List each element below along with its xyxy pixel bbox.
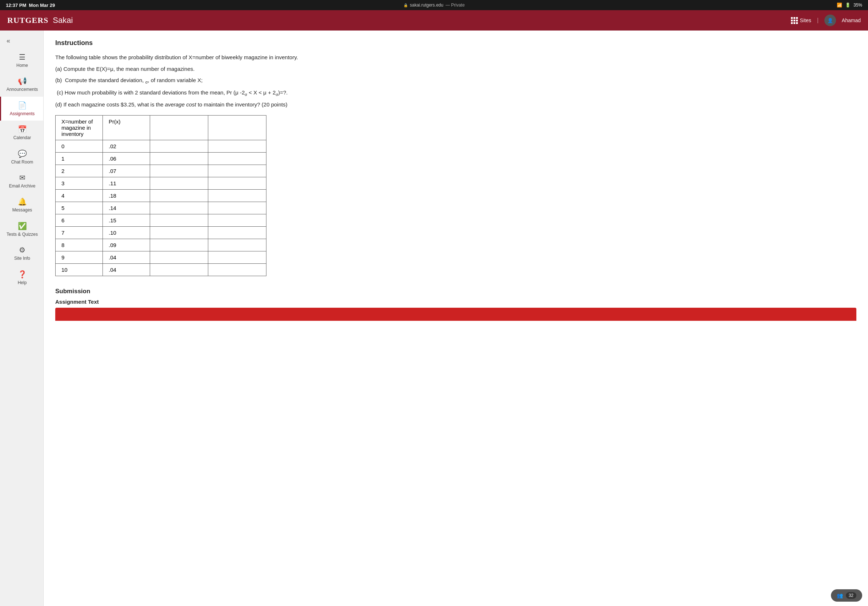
battery-icon: 🔋 — [845, 3, 851, 8]
instructions-p1: The following table shows the probabilit… — [55, 53, 856, 62]
table-cell-c3 — [150, 165, 208, 177]
table-cell-x: 7 — [56, 226, 103, 239]
table-cell-pr: .09 — [103, 239, 150, 251]
status-url: sakai.rutgers.edu — Private — [403, 3, 465, 8]
submission-section: Submission Assignment Text — [55, 288, 856, 321]
tests-icon: ✅ — [18, 222, 27, 230]
table-cell-c4 — [208, 140, 267, 152]
table-cell-c4 — [208, 189, 267, 202]
sidebar-item-assignments[interactable]: 📄 Assignments — [0, 97, 43, 121]
sidebar-item-calendar[interactable]: 📅 Calendar — [0, 121, 43, 145]
table-row: 4 .18 — [56, 189, 267, 202]
table-cell-c3 — [150, 140, 208, 152]
status-time: 12:37 PM Mon Mar 29 — [6, 3, 55, 8]
table-row: 9 .04 — [56, 251, 267, 263]
table-row: 6 .15 — [56, 214, 267, 226]
status-right: 📶 🔋 35% — [837, 3, 862, 8]
sidebar-item-help[interactable]: ❓ Help — [0, 266, 43, 289]
sidebar-item-help-label: Help — [18, 280, 27, 285]
sidebar-item-emailarchive[interactable]: ✉ Email Archive — [0, 169, 43, 193]
assignment-text-title: Assignment Text — [55, 298, 856, 305]
table-cell-c3 — [150, 263, 208, 276]
table-cell-pr: .10 — [103, 226, 150, 239]
chat-fab-icon: 👥 — [837, 592, 843, 598]
header-logo: RUTGERS Sakai — [7, 15, 73, 25]
table-cell-c4 — [208, 239, 267, 251]
wifi-icon: 📶 — [837, 3, 842, 8]
status-bar: 12:37 PM Mon Mar 29 sakai.rutgers.edu — … — [0, 0, 868, 10]
submission-title: Submission — [55, 288, 856, 295]
table-cell-c3 — [150, 239, 208, 251]
table-cell-x: 8 — [56, 239, 103, 251]
table-cell-pr: .18 — [103, 189, 150, 202]
assignments-icon: 📄 — [18, 101, 27, 110]
table-cell-c3 — [150, 189, 208, 202]
header-divider: | — [817, 17, 818, 24]
table-col1-header: X=number ofmagazine ininventory — [56, 115, 103, 140]
sites-button[interactable]: Sites — [791, 17, 811, 24]
table-cell-c4 — [208, 251, 267, 263]
table-cell-x: 5 — [56, 202, 103, 214]
announcements-icon: 📢 — [18, 77, 27, 85]
table-cell-x: 10 — [56, 263, 103, 276]
table-cell-pr: .07 — [103, 165, 150, 177]
grid-icon — [791, 17, 798, 24]
table-header-row: X=number ofmagazine ininventory Pr(x) — [56, 115, 267, 140]
sidebar-item-messages[interactable]: 🔔 Messages — [0, 193, 43, 217]
sidebar-item-tests-label: Tests & Quizzes — [6, 232, 38, 237]
table-cell-x: 9 — [56, 251, 103, 263]
sakai-brand: Sakai — [53, 15, 73, 25]
messages-icon: 🔔 — [18, 197, 27, 206]
sidebar-item-siteinfo-label: Site Info — [14, 256, 30, 261]
help-icon: ❓ — [18, 270, 27, 279]
table-row: 0 .02 — [56, 140, 267, 152]
probability-table: X=number ofmagazine ininventory Pr(x) 0 … — [55, 115, 267, 276]
table-cell-pr: .04 — [103, 263, 150, 276]
sidebar-collapse-button[interactable]: « — [3, 33, 14, 48]
table-cell-pr: .11 — [103, 177, 150, 189]
content-area: Instructions The following table shows t… — [43, 31, 868, 606]
table-col4-header — [208, 115, 267, 140]
sidebar-item-home-label: Home — [16, 63, 28, 68]
sidebar-item-calendar-label: Calendar — [14, 135, 31, 140]
header: RUTGERS Sakai Sites | 👤 Ahamad — [0, 10, 868, 31]
instructions-p5: (d) If each magazine costs $3.25, what i… — [55, 100, 856, 109]
table-cell-x: 4 — [56, 189, 103, 202]
calendar-icon: 📅 — [18, 125, 27, 134]
table-cell-c3 — [150, 152, 208, 165]
sidebar-item-home[interactable]: ☰ Home — [0, 48, 43, 72]
table-cell-c3 — [150, 177, 208, 189]
table-cell-c4 — [208, 202, 267, 214]
table-cell-x: 1 — [56, 152, 103, 165]
table-cell-pr: .15 — [103, 214, 150, 226]
table-cell-c3 — [150, 226, 208, 239]
table-cell-x: 2 — [56, 165, 103, 177]
table-cell-x: 0 — [56, 140, 103, 152]
chat-icon: 💬 — [18, 149, 27, 158]
table-cell-x: 3 — [56, 177, 103, 189]
sidebar-item-assignments-label: Assignments — [10, 111, 35, 116]
table-row: 5 .14 — [56, 202, 267, 214]
sidebar-item-chatroom[interactable]: 💬 Chat Room — [0, 145, 43, 169]
text-editor-toolbar[interactable] — [55, 308, 856, 321]
table-row: 8 .09 — [56, 239, 267, 251]
table-cell-x: 6 — [56, 214, 103, 226]
table-row: 2 .07 — [56, 165, 267, 177]
user-name[interactable]: Ahamad — [842, 17, 861, 23]
sidebar-item-chatroom-label: Chat Room — [11, 159, 33, 165]
table-cell-c4 — [208, 226, 267, 239]
instructions-p4: (c) How much probability is with 2 stand… — [55, 88, 856, 98]
sidebar-item-siteinfo[interactable]: ⚙ Site Info — [0, 241, 43, 265]
instructions-title: Instructions — [55, 39, 856, 47]
sidebar-item-emailarchive-label: Email Archive — [9, 184, 36, 189]
chat-fab-button[interactable]: 👥 32 — [831, 589, 862, 601]
lock-icon — [403, 3, 408, 8]
chat-count-badge: 32 — [846, 592, 856, 599]
sidebar-item-tests[interactable]: ✅ Tests & Quizzes — [0, 217, 43, 241]
table-row: 1 .06 — [56, 152, 267, 165]
table-cell-pr: .04 — [103, 251, 150, 263]
avatar[interactable]: 👤 — [825, 14, 836, 26]
instructions-p3: (b) Compute the standard deviation, σ, o… — [55, 76, 856, 86]
home-icon: ☰ — [19, 53, 25, 62]
sidebar-item-announcements[interactable]: 📢 Announcements — [0, 72, 43, 96]
